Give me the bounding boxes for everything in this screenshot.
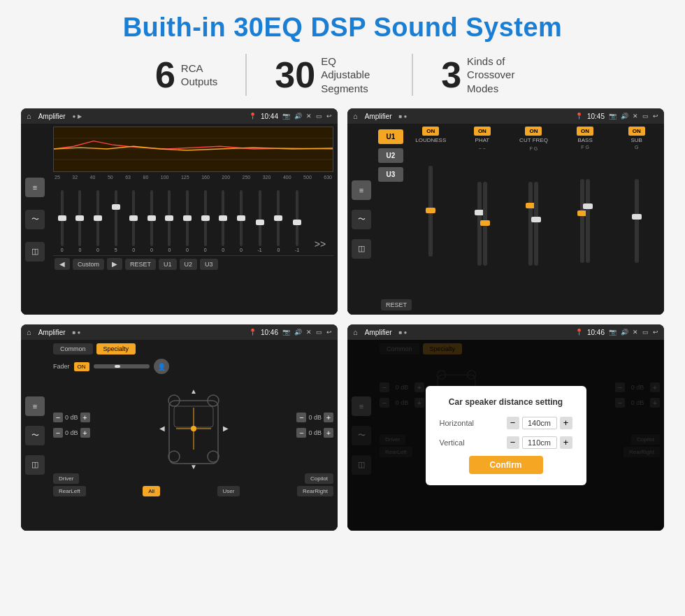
rl-minus-btn[interactable]: − [53,428,63,438]
loudness-slider[interactable] [428,166,433,257]
confirm-btn[interactable]: Confirm [469,456,543,474]
speaker-controls: − 0 dB + − 0 dB + [53,380,333,471]
user-btn-s3[interactable]: User [217,486,240,496]
back-icon-s1[interactable]: ↩ [326,113,332,120]
vertical-plus-btn[interactable]: + [560,436,572,449]
back-icon-s2[interactable]: ↩ [653,113,658,120]
amp-main-area: U1 U2 U3 RESET ON LOUDNESS [375,124,664,315]
speaker-icon-s3[interactable]: ◫ [25,455,45,475]
fader-on-btn[interactable]: ON [74,362,89,371]
loudness-on-btn[interactable]: ON [422,127,439,136]
vol-icon-s3: 🔊 [294,329,302,336]
horizontal-plus-btn[interactable]: + [560,417,572,429]
eq-icon-btn[interactable]: ≡ [25,178,45,197]
home-icon-s1[interactable]: ⌂ [27,112,31,120]
fl-plus-btn[interactable]: + [80,413,90,422]
screen3-dots: ■ ● [73,329,81,336]
u2-btn-s2[interactable]: U2 [378,148,403,163]
fader-thumb [115,365,120,368]
expand-icon[interactable]: >> [315,238,326,250]
fl-vol-row: − 0 dB + [53,413,90,422]
screen2-title: Amplifier [365,113,392,120]
stat-rca-number: 6 [155,57,175,93]
eq-slider-0: 0 [61,190,64,252]
screen2-body: ≡ 〜 ◫ U1 U2 U3 RESET ON LOU [347,124,664,315]
rr-plus-btn[interactable]: + [324,428,333,438]
rr-minus-btn[interactable]: − [296,428,306,438]
fr-plus-btn[interactable]: + [324,413,333,422]
rl-vol-value: 0 dB [65,429,78,436]
horizontal-minus-btn[interactable]: − [507,417,519,429]
fl-minus-btn[interactable]: − [53,413,63,422]
screen1-body: ≡ 〜 ◫ [21,124,338,315]
stat-crossover-number: 3 [441,57,461,93]
copilot-btn-s3[interactable]: Copilot [305,473,333,484]
stat-crossover: 3 Kinds ofCrossover Modes [413,55,558,96]
stat-crossover-label: Kinds ofCrossover Modes [467,55,530,96]
preset-custom-btn[interactable]: Custom [73,259,104,270]
sub-on-btn[interactable]: ON [628,127,645,136]
car-diagram-area: ▲ ▼ ◀ ▶ [94,380,293,471]
phat-label: PHAT [475,137,490,143]
home-icon-s2[interactable]: ⌂ [353,112,358,120]
eq-slider-11: -1 [258,190,262,252]
bass-f-slider[interactable] [580,179,584,263]
back-icon-s3[interactable]: ↩ [326,329,332,336]
home-icon-s3[interactable]: ⌂ [27,328,31,336]
svg-text:▶: ▶ [223,424,229,432]
crossover-channels: ON LOUDNESS ON PHAT ~ [406,127,661,312]
wave-icon-btn[interactable]: 〜 [25,210,45,229]
all-btn-s3[interactable]: All [143,486,160,496]
eq-icon-s3[interactable]: ≡ [25,396,45,416]
u3-btn-s1[interactable]: U3 [200,259,218,270]
eq-slider-7: 0 [186,190,189,252]
sub-g-slider[interactable] [635,179,639,263]
phat-f-slider[interactable] [483,182,487,266]
u1-btn-s1[interactable]: U1 [159,259,177,270]
phat-sublabel: ~ ~ [479,146,486,151]
cam-icon-s1: 📷 [282,113,290,120]
rr-vol-value: 0 dB [308,429,322,436]
u2-btn-s1[interactable]: U2 [180,259,198,270]
home-icon-s4[interactable]: ⌂ [353,328,358,336]
screen3-title: Amplifier [38,329,66,336]
avatar-icon-s3[interactable]: 👤 [154,359,169,374]
phat-on-btn[interactable]: ON [474,127,491,136]
screen4-time: 10:46 [587,329,605,336]
prev-btn[interactable]: ◀ [55,258,70,270]
speaker-icon-btn-s2[interactable]: ◫ [352,239,371,259]
driver-btn-s3[interactable]: Driver [53,473,79,484]
rl-plus-btn[interactable]: + [80,428,90,438]
reset-btn-s2[interactable]: RESET [381,299,412,310]
window-icon-s3: ▭ [316,329,322,336]
eq-icon-btn-s2[interactable]: ≡ [352,180,371,200]
vol-icon-s2: 🔊 [621,113,628,120]
bass-slider-area [580,151,590,263]
fader-slider[interactable] [94,364,150,368]
eq-slider-12: 0 [277,190,280,252]
u1-btn-s2[interactable]: U1 [378,129,403,144]
cam-icon-s3: 📷 [282,329,290,336]
u3-btn-s2[interactable]: U3 [378,167,403,182]
wave-icon-s3[interactable]: 〜 [25,426,45,445]
fr-minus-btn[interactable]: − [296,413,306,422]
speaker-icon-btn[interactable]: ◫ [25,242,45,262]
reset-btn-s1[interactable]: RESET [125,259,156,270]
cutfreq-g-slider[interactable] [534,182,538,266]
common-tab-s3[interactable]: Common [53,343,93,354]
screen4-body: ≡ 〜 ◫ Common Specialty − [347,340,664,531]
specialty-tab-s3[interactable]: Specialty [96,343,136,354]
back-icon-s4[interactable]: ↩ [653,329,658,336]
cutfreq-on-btn[interactable]: ON [525,127,542,136]
rearright-btn-s3[interactable]: RearRight [297,486,333,496]
bass-on-btn[interactable]: ON [577,127,593,136]
rearleft-btn-s3[interactable]: RearLeft [53,486,86,496]
vol-icon-s4: 🔊 [621,329,628,336]
sp-main-area: Common Specialty Fader ON 👤 [49,340,338,531]
play-btn[interactable]: ▶ [107,258,122,270]
wave-icon-btn-s2[interactable]: 〜 [352,210,371,229]
svg-text:▲: ▲ [190,387,197,395]
vertical-minus-btn[interactable]: − [507,436,519,449]
bass-g-slider[interactable] [586,179,590,263]
cutfreq-f-slider[interactable] [528,182,533,266]
